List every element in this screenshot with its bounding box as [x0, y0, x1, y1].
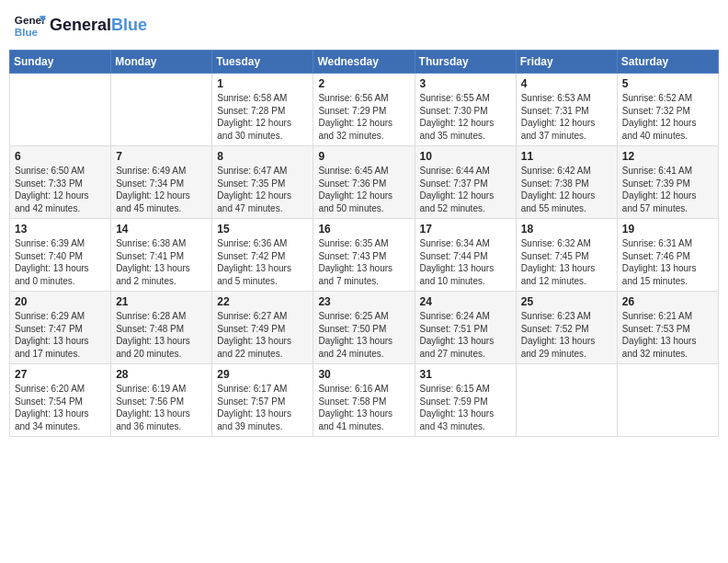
- day-info: Sunrise: 6:25 AM Sunset: 7:50 PM Dayligh…: [318, 310, 409, 360]
- calendar-cell: 17Sunrise: 6:34 AM Sunset: 7:44 PM Dayli…: [415, 219, 516, 292]
- calendar-cell: 25Sunrise: 6:23 AM Sunset: 7:52 PM Dayli…: [516, 292, 617, 364]
- calendar-cell: 30Sunrise: 6:16 AM Sunset: 7:58 PM Dayli…: [313, 364, 415, 437]
- calendar-cell: 9Sunrise: 6:45 AM Sunset: 7:36 PM Daylig…: [313, 146, 415, 219]
- calendar-week-row: 13Sunrise: 6:39 AM Sunset: 7:40 PM Dayli…: [10, 219, 719, 292]
- day-number: 14: [116, 223, 207, 236]
- day-info: Sunrise: 6:34 AM Sunset: 7:44 PM Dayligh…: [420, 237, 511, 287]
- day-info: Sunrise: 6:15 AM Sunset: 7:59 PM Dayligh…: [420, 383, 511, 432]
- day-header-sunday: Sunday: [10, 51, 111, 74]
- svg-text:Blue: Blue: [15, 26, 39, 38]
- day-info: Sunrise: 6:17 AM Sunset: 7:57 PM Dayligh…: [217, 383, 308, 432]
- calendar-cell: 11Sunrise: 6:42 AM Sunset: 7:38 PM Dayli…: [516, 146, 617, 219]
- day-info: Sunrise: 6:42 AM Sunset: 7:38 PM Dayligh…: [521, 165, 612, 214]
- svg-text:General: General: [15, 14, 46, 26]
- day-number: 20: [15, 295, 106, 308]
- day-number: 5: [622, 77, 713, 90]
- day-info: Sunrise: 6:39 AM Sunset: 7:40 PM Dayligh…: [15, 237, 106, 287]
- logo-icon: General Blue: [13, 9, 46, 42]
- calendar-header-row: SundayMondayTuesdayWednesdayThursdayFrid…: [10, 51, 719, 74]
- calendar-cell: 5Sunrise: 6:52 AM Sunset: 7:32 PM Daylig…: [617, 74, 718, 146]
- day-info: Sunrise: 6:38 AM Sunset: 7:41 PM Dayligh…: [116, 237, 207, 287]
- day-number: 29: [217, 368, 308, 381]
- calendar-cell: 29Sunrise: 6:17 AM Sunset: 7:57 PM Dayli…: [212, 364, 313, 437]
- calendar-cell: 26Sunrise: 6:21 AM Sunset: 7:53 PM Dayli…: [617, 292, 718, 364]
- day-number: 16: [318, 223, 409, 236]
- calendar-cell: 28Sunrise: 6:19 AM Sunset: 7:56 PM Dayli…: [111, 364, 212, 437]
- calendar-cell: 6Sunrise: 6:50 AM Sunset: 7:33 PM Daylig…: [10, 146, 111, 219]
- calendar-cell: 22Sunrise: 6:27 AM Sunset: 7:49 PM Dayli…: [212, 292, 313, 364]
- calendar-cell: 27Sunrise: 6:20 AM Sunset: 7:54 PM Dayli…: [10, 364, 111, 437]
- calendar-cell: 2Sunrise: 6:56 AM Sunset: 7:29 PM Daylig…: [313, 74, 415, 146]
- day-number: 12: [622, 150, 713, 163]
- calendar-cell: [516, 364, 617, 437]
- day-info: Sunrise: 6:24 AM Sunset: 7:51 PM Dayligh…: [420, 310, 511, 360]
- day-number: 27: [15, 368, 106, 381]
- day-info: Sunrise: 6:50 AM Sunset: 7:33 PM Dayligh…: [15, 165, 106, 214]
- day-info: Sunrise: 6:55 AM Sunset: 7:30 PM Dayligh…: [420, 92, 511, 142]
- calendar-cell: 3Sunrise: 6:55 AM Sunset: 7:30 PM Daylig…: [415, 74, 516, 146]
- page-header: General Blue GeneralBlue: [9, 9, 719, 42]
- calendar-cell: 10Sunrise: 6:44 AM Sunset: 7:37 PM Dayli…: [415, 146, 516, 219]
- day-number: 2: [318, 77, 409, 90]
- day-number: 9: [318, 150, 409, 163]
- calendar-cell: [617, 364, 718, 437]
- day-number: 19: [622, 223, 713, 236]
- calendar-cell: 8Sunrise: 6:47 AM Sunset: 7:35 PM Daylig…: [212, 146, 313, 219]
- day-info: Sunrise: 6:49 AM Sunset: 7:34 PM Dayligh…: [116, 165, 207, 214]
- day-info: Sunrise: 6:44 AM Sunset: 7:37 PM Dayligh…: [420, 165, 511, 214]
- day-info: Sunrise: 6:23 AM Sunset: 7:52 PM Dayligh…: [521, 310, 612, 360]
- day-number: 21: [116, 295, 207, 308]
- day-header-friday: Friday: [516, 51, 617, 74]
- day-number: 28: [116, 368, 207, 381]
- day-number: 17: [420, 223, 511, 236]
- day-header-tuesday: Tuesday: [212, 51, 313, 74]
- calendar-week-row: 6Sunrise: 6:50 AM Sunset: 7:33 PM Daylig…: [10, 146, 719, 219]
- day-info: Sunrise: 6:21 AM Sunset: 7:53 PM Dayligh…: [622, 310, 713, 360]
- calendar-cell: 19Sunrise: 6:31 AM Sunset: 7:46 PM Dayli…: [617, 219, 718, 292]
- day-info: Sunrise: 6:45 AM Sunset: 7:36 PM Dayligh…: [318, 165, 409, 214]
- day-number: 1: [217, 77, 308, 90]
- day-header-saturday: Saturday: [617, 51, 718, 74]
- day-number: 11: [521, 150, 612, 163]
- calendar-cell: 4Sunrise: 6:53 AM Sunset: 7:31 PM Daylig…: [516, 74, 617, 146]
- day-number: 25: [521, 295, 612, 308]
- day-info: Sunrise: 6:41 AM Sunset: 7:39 PM Dayligh…: [622, 165, 713, 214]
- day-number: 24: [420, 295, 511, 308]
- calendar-cell: [111, 74, 212, 146]
- calendar-cell: 1Sunrise: 6:58 AM Sunset: 7:28 PM Daylig…: [212, 74, 313, 146]
- day-number: 31: [420, 368, 511, 381]
- day-info: Sunrise: 6:56 AM Sunset: 7:29 PM Dayligh…: [318, 92, 409, 142]
- day-number: 6: [15, 150, 106, 163]
- calendar-cell: [10, 74, 111, 146]
- day-info: Sunrise: 6:31 AM Sunset: 7:46 PM Dayligh…: [622, 237, 713, 287]
- calendar-cell: 16Sunrise: 6:35 AM Sunset: 7:43 PM Dayli…: [313, 219, 415, 292]
- calendar-cell: 18Sunrise: 6:32 AM Sunset: 7:45 PM Dayli…: [516, 219, 617, 292]
- calendar-cell: 14Sunrise: 6:38 AM Sunset: 7:41 PM Dayli…: [111, 219, 212, 292]
- day-number: 7: [116, 150, 207, 163]
- calendar-cell: 20Sunrise: 6:29 AM Sunset: 7:47 PM Dayli…: [10, 292, 111, 364]
- day-number: 4: [521, 77, 612, 90]
- day-number: 18: [521, 223, 612, 236]
- day-info: Sunrise: 6:53 AM Sunset: 7:31 PM Dayligh…: [521, 92, 612, 142]
- calendar-cell: 7Sunrise: 6:49 AM Sunset: 7:34 PM Daylig…: [111, 146, 212, 219]
- day-number: 8: [217, 150, 308, 163]
- logo: General Blue GeneralBlue: [13, 9, 147, 42]
- calendar-cell: 21Sunrise: 6:28 AM Sunset: 7:48 PM Dayli…: [111, 292, 212, 364]
- day-info: Sunrise: 6:28 AM Sunset: 7:48 PM Dayligh…: [116, 310, 207, 360]
- day-info: Sunrise: 6:16 AM Sunset: 7:58 PM Dayligh…: [318, 383, 409, 432]
- day-header-monday: Monday: [111, 51, 212, 74]
- calendar-week-row: 1Sunrise: 6:58 AM Sunset: 7:28 PM Daylig…: [10, 74, 719, 146]
- day-info: Sunrise: 6:36 AM Sunset: 7:42 PM Dayligh…: [217, 237, 308, 287]
- day-number: 3: [420, 77, 511, 90]
- day-info: Sunrise: 6:20 AM Sunset: 7:54 PM Dayligh…: [15, 383, 106, 432]
- day-number: 30: [318, 368, 409, 381]
- calendar-cell: 13Sunrise: 6:39 AM Sunset: 7:40 PM Dayli…: [10, 219, 111, 292]
- day-number: 13: [15, 223, 106, 236]
- day-info: Sunrise: 6:52 AM Sunset: 7:32 PM Dayligh…: [622, 92, 713, 142]
- calendar-cell: 15Sunrise: 6:36 AM Sunset: 7:42 PM Dayli…: [212, 219, 313, 292]
- logo-text: GeneralBlue: [50, 17, 147, 35]
- day-header-thursday: Thursday: [415, 51, 516, 74]
- day-number: 26: [622, 295, 713, 308]
- day-number: 15: [217, 223, 308, 236]
- day-info: Sunrise: 6:58 AM Sunset: 7:28 PM Dayligh…: [217, 92, 308, 142]
